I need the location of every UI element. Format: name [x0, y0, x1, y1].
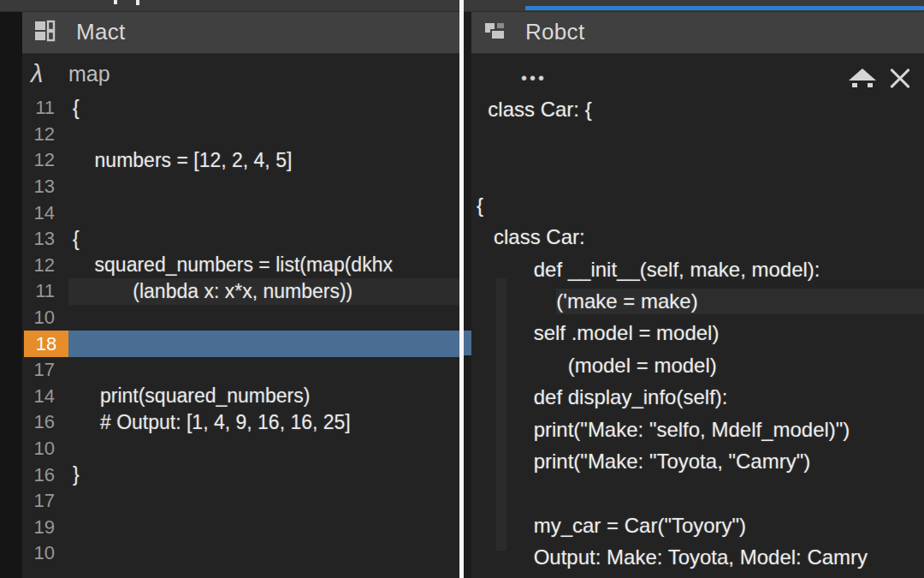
code-line[interactable]: 13 — [0, 174, 459, 200]
code-line[interactable]: class Car: — [464, 222, 924, 253]
left-editor-pane: Mact λ map 11{1212 numbers = [12, 2, 4, … — [0, 11, 459, 578]
code-line[interactable]: 18 — [0, 331, 459, 357]
right-pane-title: Robct — [525, 19, 584, 45]
code-text — [68, 305, 459, 331]
code-line[interactable]: my_car = Car("Toyory") — [464, 509, 924, 541]
code-line[interactable]: def display_info(self): — [464, 382, 924, 414]
highlighted-code-text: ('make = make) — [556, 289, 924, 314]
code-line[interactable]: ('make = make) — [464, 285, 924, 317]
code-text: { — [68, 95, 459, 122]
code-line[interactable]: { — [464, 189, 924, 221]
code-text: squared_numbers = list(map(dkhx — [68, 253, 459, 279]
collapse-panel-icon[interactable] — [845, 66, 880, 90]
code-text — [68, 331, 459, 357]
code-line[interactable]: 12 — [0, 122, 459, 148]
code-line[interactable]: print("Make: "Toyota, "Camry") — [464, 445, 924, 477]
code-line[interactable]: 19 — [0, 515, 459, 541]
code-text — [68, 174, 459, 200]
code-text: } — [68, 462, 459, 488]
code-line[interactable]: 13{ — [0, 226, 459, 253]
left-gutter-strip — [0, 11, 22, 578]
code-line[interactable]: 11{ — [0, 95, 459, 122]
code-line[interactable]: 12 squared_numbers = list(map(dkhx — [0, 253, 459, 279]
code-line[interactable]: 16} — [0, 462, 459, 488]
code-line[interactable]: Output: Make: Toyota, Model: Camry — [464, 541, 924, 573]
right-code-area: class Car: {{ class Car: def __init__(se… — [464, 93, 924, 574]
left-pane-title: Mact — [76, 19, 126, 45]
code-text: print(squared_numbers) — [68, 384, 459, 410]
code-line[interactable]: 17 — [0, 488, 459, 515]
code-text: numbers = [12, 2, 4, 5] — [68, 147, 459, 174]
dashboard-icon — [34, 20, 57, 45]
code-line[interactable] — [464, 158, 924, 189]
symbol-label: map — [68, 62, 110, 86]
code-line[interactable] — [464, 125, 924, 157]
code-line[interactable]: (model = model) — [464, 349, 924, 381]
blocks-icon — [483, 20, 506, 45]
code-line[interactable]: self .model = model) — [464, 318, 924, 349]
right-editor-pane: Robct ••• class Car: {{ class Car: def _… — [464, 11, 924, 578]
selection-marker — [464, 331, 471, 355]
code-line[interactable]: def __init__(self, make, model): — [464, 253, 924, 285]
code-text — [68, 540, 459, 567]
code-text — [68, 515, 459, 541]
code-line[interactable]: 14 — [0, 200, 459, 226]
left-pane-tab[interactable]: Mact — [0, 11, 459, 54]
text-artifact — [114, 0, 117, 4]
close-icon[interactable] — [888, 66, 912, 90]
code-line[interactable]: class Car: { — [464, 93, 924, 125]
code-text: { — [68, 226, 459, 253]
code-text — [68, 488, 459, 515]
right-edge-strip — [464, 11, 471, 578]
right-pane-tab[interactable]: Robct — [464, 11, 924, 54]
code-text — [68, 357, 459, 384]
active-tab-indicator — [525, 6, 924, 10]
code-line[interactable]: 17 — [0, 357, 459, 384]
code-line[interactable] — [464, 478, 924, 509]
code-text — [68, 436, 459, 462]
text-artifact — [136, 0, 139, 5]
split-divider[interactable] — [459, 0, 464, 578]
code-text: (lanbda x: x*x, numbers)) — [68, 278, 459, 305]
code-text — [68, 122, 459, 148]
code-line[interactable]: print("Make: "selfo, Mdelf_model)") — [464, 414, 924, 445]
code-line[interactable]: 16 # Output: [1, 4, 9, 16, 16, 25] — [0, 409, 459, 436]
code-line[interactable]: 10 — [0, 305, 459, 331]
left-code-area: 11{1212 numbers = [12, 2, 4, 5]131413{12… — [0, 95, 459, 567]
more-options-icon[interactable]: ••• — [521, 69, 547, 88]
code-line[interactable]: 14 print(squared_numbers) — [0, 384, 459, 410]
code-line[interactable]: 11 (lanbda x: x*x, numbers)) — [0, 278, 459, 305]
code-line[interactable]: 10 — [0, 540, 459, 567]
code-line[interactable]: 12 numbers = [12, 2, 4, 5] — [0, 147, 459, 174]
grid-menu-icon[interactable] — [483, 67, 506, 90]
code-text — [68, 200, 459, 226]
code-line[interactable]: 10 — [0, 436, 459, 462]
symbol-row[interactable]: λ map — [0, 53, 459, 95]
code-text: # Output: [1, 4, 9, 16, 16, 25] — [68, 409, 459, 436]
